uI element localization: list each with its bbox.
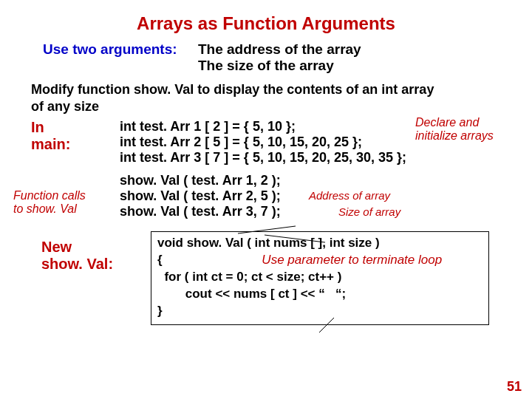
newfunc-label-2: show. Val: (41, 256, 151, 273)
page-title: Arrays as Function Arguments (13, 13, 519, 34)
intro-row: Use two arguments: The address of the ar… (43, 41, 519, 74)
in-label-1: In (31, 119, 120, 136)
intro-arg1: The address of the array (198, 41, 361, 58)
modify-text: Modify function show. Val to display the… (31, 81, 445, 115)
code-ann-text: Use parameter to terminate loop (262, 253, 442, 267)
page-number: 51 (507, 379, 522, 395)
decl-annotation: Declare and initialize arrays (415, 116, 532, 143)
intro-label: Use two arguments: (43, 41, 198, 58)
code-open-row: { Use parameter to terminate loop (157, 252, 482, 269)
calls-label-1: Function calls (13, 189, 120, 202)
addr-ann-text: Address of array (309, 189, 390, 202)
calls-label-2: to show. Val (13, 202, 120, 216)
newfunc-label-1: New (41, 239, 151, 256)
calls-block: Function calls to show. Val show. Val ( … (13, 173, 519, 219)
intro-arg2: The size of the array (198, 58, 361, 74)
size-annotation: Size of array (338, 205, 400, 218)
call-line3: show. Val ( test. Arr 3, 7 ); (120, 204, 281, 219)
code-ann: Use parameter to terminate loop (262, 253, 442, 267)
in-main-block: In main: int test. Arr 1 [ 2 ] = { 5, 10… (31, 119, 519, 166)
newfunc-block: New show. Val: void show. Val ( int nums… (41, 231, 519, 325)
addr-annotation: Address of array (309, 189, 390, 202)
intro-args: The address of the array The size of the… (198, 41, 361, 74)
size-ann-text: Size of array (338, 205, 400, 218)
code-box: void show. Val ( int nums [ ], int size … (151, 231, 489, 325)
decl-ann-1: Declare and (415, 116, 532, 129)
code-close: } (157, 303, 482, 320)
decl-ann-2: initialize arrays (415, 129, 532, 143)
code-for: for ( int ct = 0; ct < size; ct++ ) (157, 269, 482, 286)
newfunc-label: New show. Val: (41, 231, 151, 273)
code-open: { (157, 253, 163, 267)
in-main-label: In main: (31, 119, 120, 153)
code-cout: cout << nums [ ct ] << “ “; (157, 286, 482, 303)
in-label-2: main: (31, 136, 120, 153)
call-line1: show. Val ( test. Arr 1, 2 ); (120, 173, 281, 188)
calls-label: Function calls to show. Val (13, 173, 120, 216)
code-sig: void show. Val ( int nums [ ], int size … (157, 235, 482, 252)
call-line2: show. Val ( test. Arr 2, 5 ); (120, 188, 281, 204)
decl-line3: int test. Arr 3 [ 7 ] = { 5, 10, 15, 20,… (120, 150, 519, 166)
slide: Arrays as Function Arguments Use two arg… (0, 0, 532, 399)
calls-code: show. Val ( test. Arr 1, 2 ); show. Val … (120, 173, 281, 219)
